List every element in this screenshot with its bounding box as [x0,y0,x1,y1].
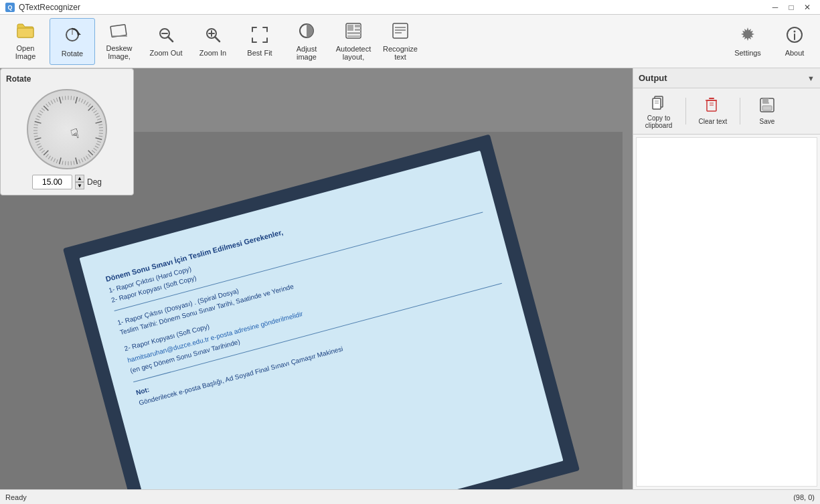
svg-rect-19 [347,35,361,37]
svg-line-74 [42,151,45,153]
svg-line-93 [48,102,50,105]
svg-line-38 [92,108,95,111]
svg-line-41 [96,116,100,118]
rotate-value-row: ▲ ▼ Deg [6,175,128,189]
toolbar-autodetect-layout[interactable]: Autodetect layout, [331,18,376,65]
svg-line-35 [86,102,88,105]
svg-line-63 [71,161,72,165]
svg-line-87 [37,116,40,118]
svg-line-32 [79,98,80,102]
svg-line-81 [33,133,37,134]
svg-line-76 [38,146,42,148]
zoom-in-label: Zoom In [199,49,226,57]
toolbar-zoom-in[interactable]: Zoom In [190,18,236,65]
toolbar-about[interactable]: About [772,18,817,65]
svg-line-79 [35,138,42,140]
toolbar-deskew-image[interactable]: Deskew Image, [96,18,142,65]
toolbar-recognize-text[interactable]: Recognize text [378,18,423,65]
svg-marker-2 [78,32,81,35]
settings-icon [739,26,756,46]
save-label: Save [760,118,775,125]
svg-line-69 [54,159,56,162]
svg-line-70 [51,157,53,161]
svg-line-85 [35,122,42,124]
spin-up-button[interactable]: ▲ [75,175,84,182]
app-icon: Q [5,3,15,12]
status-coords: (98, 0) [793,493,815,501]
rotate-dial-container: .tick { stroke: #999; stroke-width: 1; }… [6,89,128,169]
rotate-value-input[interactable] [32,175,72,189]
close-button[interactable]: ✕ [800,1,815,13]
maximize-button[interactable]: □ [784,1,799,13]
svg-point-26 [794,30,796,32]
svg-line-72 [46,154,49,157]
main-area: Rotate .tick { stroke: #999; stroke-widt… [0,68,820,489]
svg-line-77 [37,143,40,145]
svg-rect-15 [347,25,353,31]
svg-line-7 [168,37,173,41]
svg-line-91 [44,106,48,110]
svg-line-48 [98,136,102,137]
toolbar-zoom-out[interactable]: Zoom Out [143,18,189,65]
autodetect-icon [345,22,362,42]
rotate-dial[interactable]: .tick { stroke: #999; stroke-width: 1; }… [27,89,107,169]
minimize-button[interactable]: ─ [768,1,783,13]
svg-line-92 [46,104,49,107]
toolbar-settings[interactable]: Settings [725,18,770,65]
toolbar-rotate[interactable]: Rotate [50,18,95,65]
save-icon [759,97,775,115]
svg-line-51 [96,143,100,145]
deskew-icon [110,23,129,41]
svg-rect-16 [355,25,361,27]
output-panel: Output ▼ Copy to clipboard [633,68,820,489]
svg-line-60 [79,159,80,163]
best-fit-icon [251,26,268,46]
svg-line-65 [65,161,66,165]
svg-rect-18 [347,32,361,34]
svg-line-80 [34,136,38,137]
toolbar-open-image[interactable]: Open Image [3,18,48,65]
svg-line-90 [42,108,45,111]
svg-line-57 [86,156,88,159]
rotate-label: Rotate [62,50,83,58]
rotate-panel-title: Rotate [6,74,128,84]
image-area[interactable]: Rotate .tick { stroke: #999; stroke-widt… [0,68,633,489]
svg-line-30 [74,96,74,100]
svg-line-59 [81,159,83,162]
window-controls: ─ □ ✕ [768,1,815,13]
output-collapse-button[interactable]: ▼ [807,74,815,82]
svg-line-53 [94,148,97,150]
svg-line-39 [94,110,97,112]
svg-line-34 [84,100,86,104]
svg-line-71 [48,156,50,159]
svg-line-66 [62,161,63,165]
settings-label: Settings [734,49,761,57]
svg-rect-120 [707,100,716,111]
toolbar-adjust-image[interactable]: Adjust image [284,18,329,65]
svg-line-40 [95,113,98,115]
svg-rect-20 [393,23,408,38]
svg-line-56 [88,154,91,157]
folder-icon [16,23,35,41]
clear-text-button[interactable]: Clear text [690,91,736,131]
svg-line-29 [71,96,72,100]
svg-line-50 [97,141,101,143]
svg-line-42 [97,118,101,120]
spin-down-button[interactable]: ▼ [75,182,84,189]
svg-line-83 [33,127,37,128]
title-bar: Q QTextRecognizer ─ □ ✕ [0,0,820,15]
save-button[interactable]: Save [744,91,790,131]
svg-line-37 [88,106,93,110]
copy-to-clipboard-button[interactable]: Copy to clipboard [636,91,681,131]
svg-line-89 [39,110,43,112]
clear-icon [705,97,721,115]
output-divider-2 [740,98,740,124]
output-content[interactable] [636,137,817,487]
svg-line-49 [96,138,102,140]
adjust-image-label: Adjust image [287,45,326,61]
svg-line-33 [81,99,83,102]
status-text: Ready [5,493,27,501]
svg-line-86 [35,118,39,120]
svg-line-61 [76,158,78,165]
toolbar-best-fit[interactable]: Best Fit [237,18,282,65]
